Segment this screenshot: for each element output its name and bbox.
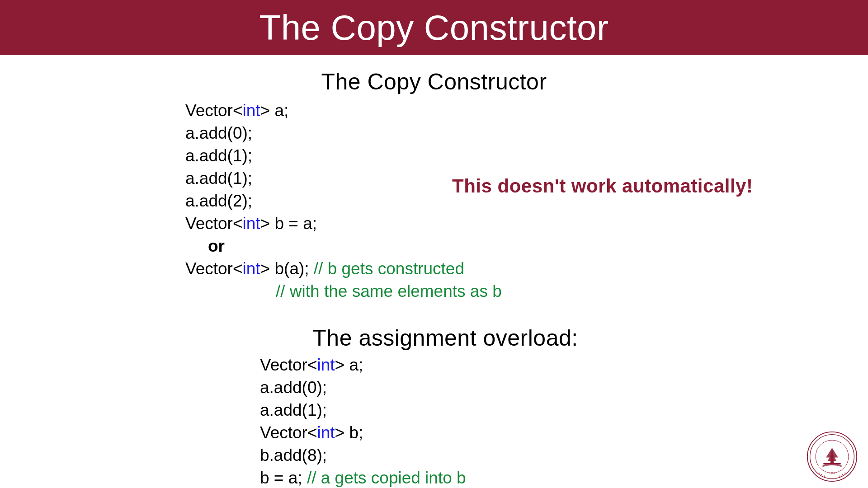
keyword-int: int xyxy=(243,259,260,278)
code-line: Vector<int> b = a; xyxy=(185,212,868,235)
svg-point-6 xyxy=(821,474,822,475)
code-text: Vector< xyxy=(260,356,317,374)
code-line: Vector<int> b(a); // b gets constructed xyxy=(185,258,868,280)
code-text: > a; xyxy=(260,101,289,120)
title-bar: The Copy Constructor xyxy=(0,0,868,55)
keyword-int: int xyxy=(243,101,260,120)
code-comment: // a gets copied into b xyxy=(307,469,466,487)
code-line: // with the same elements as b xyxy=(185,280,868,303)
section-2-title: The assignment overload: xyxy=(0,325,868,351)
svg-point-10 xyxy=(840,475,840,476)
code-text: Vector< xyxy=(185,259,243,278)
svg-point-5 xyxy=(819,473,820,474)
code-text: > a; xyxy=(335,356,363,374)
code-line: a.add(0); xyxy=(260,376,868,399)
keyword-int: int xyxy=(317,423,335,442)
code-text: > b(a); xyxy=(260,259,314,278)
callout-warning: This doesn't work automatically! xyxy=(452,175,753,197)
code-line: a.add(1); xyxy=(260,399,868,422)
code-line: a.add(1); xyxy=(185,145,868,167)
svg-point-9 xyxy=(842,474,843,475)
page-title: The Copy Constructor xyxy=(259,7,609,48)
or-word: or xyxy=(208,237,225,255)
keyword-int: int xyxy=(243,214,260,233)
code-comment: // with the same elements as b xyxy=(276,282,502,300)
svg-point-7 xyxy=(824,475,825,476)
code-line: Vector<int> a; xyxy=(260,354,868,376)
slide-content: The Copy Constructor Vector<int> a; a.ad… xyxy=(0,69,868,488)
code-block-assignment: Vector<int> a; a.add(0); a.add(1); Vecto… xyxy=(260,354,868,488)
code-block-copy-constructor: Vector<int> a; a.add(0); a.add(1); a.add… xyxy=(185,99,868,302)
code-line: Vector<int> b; xyxy=(260,422,868,444)
code-line-or: or xyxy=(185,235,868,258)
university-seal-icon: 1891 xyxy=(806,431,858,483)
svg-text:1891: 1891 xyxy=(829,471,835,474)
code-text: Vector< xyxy=(185,101,243,120)
code-comment: // b gets constructed xyxy=(314,259,464,278)
svg-point-8 xyxy=(844,473,845,474)
code-line: b = a; // a gets copied into b xyxy=(260,467,868,488)
code-line: Vector<int> a; xyxy=(185,99,868,122)
code-text: b = a; xyxy=(260,469,307,487)
code-line: a.add(0); xyxy=(185,122,868,145)
code-line: b.add(8); xyxy=(260,444,868,467)
code-text: > b; xyxy=(335,423,363,442)
keyword-int: int xyxy=(317,356,335,374)
code-text: Vector< xyxy=(260,423,317,442)
code-text: Vector< xyxy=(185,214,243,233)
section-1-title: The Copy Constructor xyxy=(0,69,868,95)
code-text: > b = a; xyxy=(260,214,317,233)
